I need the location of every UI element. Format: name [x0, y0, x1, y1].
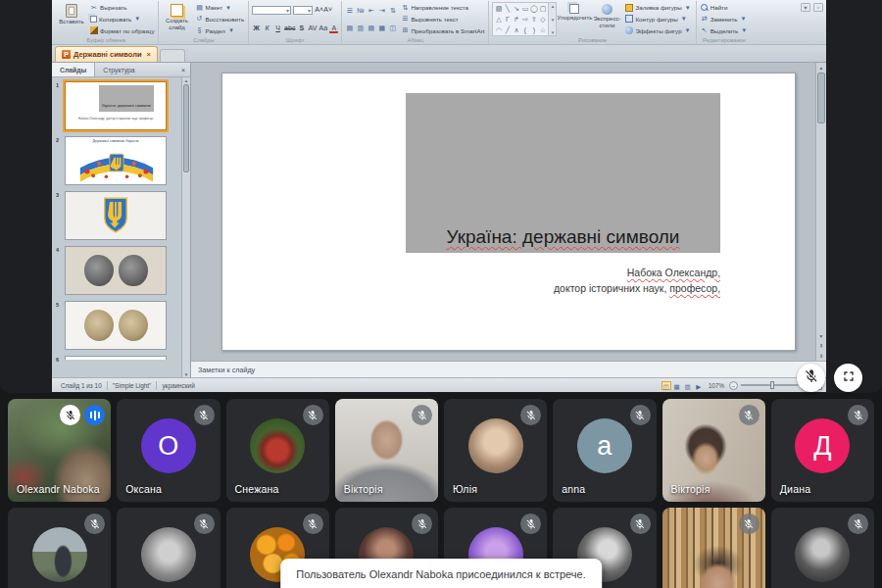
- participant-tile[interactable]: [117, 508, 220, 588]
- shape-fill-button[interactable]: Заливка фигуры▾: [624, 4, 692, 12]
- participant-tile[interactable]: Olexandr Naboka: [8, 399, 111, 502]
- italic-button[interactable]: К: [263, 24, 271, 33]
- participant-tile[interactable]: Вікторія: [335, 399, 438, 502]
- diamond-icon[interactable]: ◇: [538, 15, 547, 24]
- participant-tile[interactable]: Юлія: [444, 399, 547, 502]
- justify-icon[interactable]: ▦: [377, 24, 386, 32]
- align-text-button[interactable]: ☰Выровнять текст: [400, 15, 485, 23]
- slide-thumbnail[interactable]: [65, 356, 167, 360]
- up-arrow-icon[interactable]: ⇧: [529, 15, 538, 24]
- panel-scrollbar-thumb[interactable]: [183, 84, 189, 172]
- align-center-icon[interactable]: ▥: [356, 24, 365, 32]
- chevron-down-icon[interactable]: ▾: [801, 3, 810, 12]
- slide-sorter-icon[interactable]: ▦: [672, 381, 682, 390]
- fullscreen-button[interactable]: [834, 364, 862, 392]
- document-tab[interactable]: P Державні символи ×: [55, 46, 158, 62]
- slide-canvas[interactable]: Україна: державні символи Набока Олексан…: [221, 73, 796, 351]
- triangle-icon[interactable]: △: [494, 15, 503, 24]
- right-arrow-icon[interactable]: ⇨: [520, 15, 529, 24]
- text-shadow-button[interactable]: S: [297, 24, 306, 33]
- slide-thumbnail[interactable]: [65, 301, 167, 350]
- font-size-select[interactable]: ▾: [293, 6, 313, 15]
- quick-styles-button[interactable]: Экспресс-стили: [592, 2, 621, 36]
- participant-tile[interactable]: Вікторія: [662, 399, 765, 502]
- new-tab-stub[interactable]: [160, 49, 185, 62]
- zoom-level[interactable]: 107%: [707, 382, 726, 389]
- notes-pane[interactable]: Заметки к слайду: [191, 361, 826, 377]
- participant-tile[interactable]: [771, 508, 874, 588]
- participant-tile[interactable]: ООксана: [117, 399, 220, 502]
- shape-outline-button[interactable]: Контур фигуры▾: [624, 15, 692, 23]
- slideshow-icon[interactable]: ▶: [694, 381, 704, 390]
- language-indicator[interactable]: украинский: [157, 382, 199, 389]
- cut-button[interactable]: ✂Вырезать: [89, 4, 155, 12]
- zoom-slider-thumb[interactable]: [770, 381, 774, 389]
- participant-tile[interactable]: aanna: [553, 399, 656, 502]
- indent-decrease-icon[interactable]: ⇤: [367, 6, 375, 15]
- rectangle-icon[interactable]: ▭: [520, 4, 529, 13]
- theme-name[interactable]: "Simple Light": [108, 382, 157, 389]
- change-case-button[interactable]: Аа: [318, 24, 327, 33]
- align-right-icon[interactable]: ▤: [367, 24, 375, 32]
- zoom-slider[interactable]: [741, 384, 798, 386]
- editor-scrollbar[interactable]: ▴ ▾ ⇞ ⇟: [815, 63, 826, 361]
- bullets-icon[interactable]: ☰: [345, 6, 354, 15]
- text-direction-button[interactable]: ⇅Направление текста: [400, 4, 485, 12]
- tab-slides[interactable]: Слайды: [52, 63, 95, 76]
- align-left-icon[interactable]: ▤: [345, 24, 354, 32]
- convert-smartart-button[interactable]: ⊞Преобразовать в SmartArt: [400, 26, 485, 34]
- grow-font-button[interactable]: A˄: [315, 5, 323, 15]
- elbow-icon[interactable]: Γ: [503, 15, 512, 24]
- section-button[interactable]: §Раздел▾: [194, 26, 245, 34]
- columns-icon[interactable]: ◫: [388, 24, 397, 32]
- tab-outline[interactable]: Структура: [95, 63, 142, 76]
- participant-tile[interactable]: ДДиана: [771, 399, 874, 502]
- character-spacing-button[interactable]: AV: [308, 24, 317, 33]
- close-panel-icon[interactable]: ×: [176, 63, 190, 76]
- format-painter-button[interactable]: Формат по образцу: [89, 26, 155, 34]
- arrow-icon[interactable]: ↘: [512, 4, 520, 13]
- normal-view-icon[interactable]: ◫: [662, 381, 671, 390]
- slide-title-box[interactable]: Україна: державні символи: [406, 93, 720, 254]
- star-icon[interactable]: ☆: [538, 25, 547, 34]
- slide-thumbnail[interactable]: Україна: державні символиНабока Олександ…: [65, 81, 167, 130]
- participant-tile[interactable]: [8, 508, 111, 588]
- reading-view-icon[interactable]: ▥: [683, 381, 693, 390]
- left-paren-icon[interactable]: (: [520, 25, 529, 34]
- close-tab-icon[interactable]: ×: [147, 50, 151, 59]
- shapes-gallery[interactable]: ▨╲↘▭◯▢△Γ↱⇨⇧◇◠╱∧()☆: [492, 2, 549, 36]
- arrange-button[interactable]: Упорядочить: [560, 2, 589, 36]
- strikethrough-button[interactable]: abc: [284, 24, 295, 33]
- shrink-font-button[interactable]: A˅: [323, 5, 332, 15]
- layout-button[interactable]: ▤Макет▾: [194, 4, 245, 12]
- copy-button[interactable]: Копировать▾: [89, 15, 155, 23]
- arc-icon[interactable]: ◠: [494, 25, 503, 34]
- elbow-arrow-icon[interactable]: ↱: [512, 15, 520, 24]
- right-paren-icon[interactable]: ): [529, 25, 538, 34]
- curve-icon[interactable]: ╱: [503, 25, 512, 34]
- caret-icon[interactable]: ∧: [512, 25, 520, 34]
- slide-thumbnail[interactable]: [65, 191, 167, 240]
- underline-button[interactable]: Ч: [273, 24, 282, 33]
- participant-tile[interactable]: [662, 508, 765, 588]
- reset-button[interactable]: ↺Восстановить: [194, 15, 245, 23]
- line-spacing-icon[interactable]: ⇅: [388, 6, 397, 15]
- bold-button[interactable]: Ж: [252, 24, 261, 33]
- participant-tile[interactable]: Снежана: [226, 399, 329, 502]
- presentation-tile[interactable]: Вставить ✂Вырезать Копировать▾ Формат по…: [0, 0, 882, 393]
- paste-button[interactable]: Вставить: [57, 2, 86, 36]
- slide-subtitle[interactable]: Набока Олександр, доктор історичних наук…: [554, 265, 720, 297]
- zoom-out-button[interactable]: −: [729, 381, 738, 390]
- new-slide-button[interactable]: Создать слайд: [162, 2, 191, 36]
- window-icon[interactable]: ▫: [813, 3, 823, 12]
- shape-effects-button[interactable]: Эффекты фигур▾: [624, 26, 692, 34]
- oval-icon[interactable]: ◯: [529, 4, 538, 13]
- font-color-button[interactable]: А: [329, 24, 338, 33]
- editor-scrollbar-thumb[interactable]: [817, 73, 825, 123]
- font-name-select[interactable]: ▾: [252, 6, 291, 15]
- slide-thumbnail[interactable]: [65, 246, 167, 295]
- select-button[interactable]: ↖Выделить▾: [700, 26, 750, 34]
- numbering-icon[interactable]: №: [356, 6, 365, 15]
- slide-thumbnail[interactable]: Державні символи України: [65, 136, 167, 185]
- shapes-gallery-scrollbar[interactable]: ▴▾▾: [549, 2, 557, 36]
